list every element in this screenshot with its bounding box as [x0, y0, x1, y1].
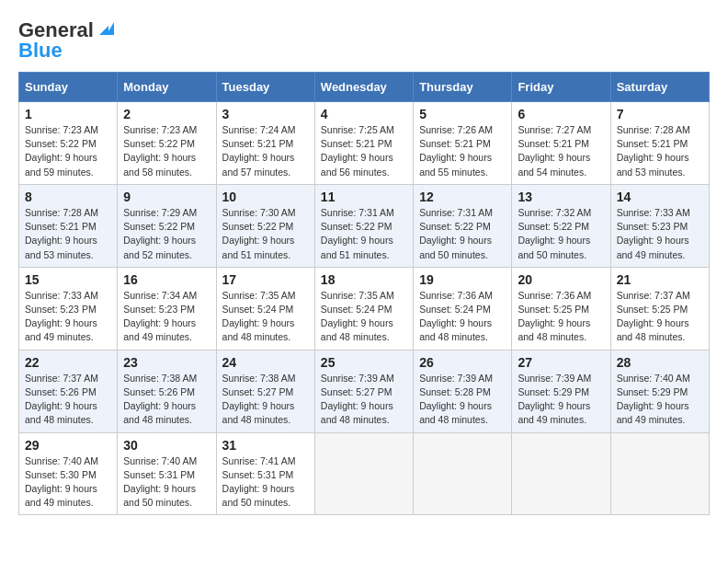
- calendar-cell: 11 Sunrise: 7:31 AMSunset: 5:22 PMDaylig…: [314, 184, 413, 267]
- calendar-cell: [610, 432, 709, 515]
- day-number: 18: [321, 272, 407, 287]
- day-info: Sunrise: 7:35 AMSunset: 5:24 PMDaylight:…: [321, 289, 407, 345]
- calendar-week-5: 29 Sunrise: 7:40 AMSunset: 5:30 PMDaylig…: [19, 432, 710, 515]
- day-number: 8: [25, 190, 111, 204]
- calendar-cell: 6 Sunrise: 7:27 AMSunset: 5:21 PMDayligh…: [512, 102, 610, 185]
- calendar-cell: [414, 432, 512, 515]
- day-info: Sunrise: 7:37 AMSunset: 5:25 PMDaylight:…: [617, 289, 703, 345]
- calendar-cell: 23 Sunrise: 7:38 AMSunset: 5:26 PMDaylig…: [118, 350, 216, 432]
- calendar-cell: [314, 432, 413, 515]
- logo-icon: [96, 18, 116, 39]
- calendar-cell: 14 Sunrise: 7:33 AMSunset: 5:23 PMDaylig…: [610, 184, 709, 267]
- calendar-cell: 31 Sunrise: 7:41 AMSunset: 5:31 PMDaylig…: [216, 432, 314, 515]
- calendar-cell: 22 Sunrise: 7:37 AMSunset: 5:26 PMDaylig…: [19, 350, 118, 432]
- calendar-cell: 8 Sunrise: 7:28 AMSunset: 5:21 PMDayligh…: [19, 184, 118, 267]
- day-info: Sunrise: 7:32 AMSunset: 5:22 PMDaylight:…: [518, 206, 604, 262]
- calendar-cell: 12 Sunrise: 7:31 AMSunset: 5:22 PMDaylig…: [414, 184, 512, 267]
- header-wednesday: Wednesday: [314, 73, 413, 102]
- day-number: 17: [222, 272, 309, 287]
- day-info: Sunrise: 7:39 AMSunset: 5:29 PMDaylight:…: [518, 372, 604, 428]
- calendar-cell: 19 Sunrise: 7:36 AMSunset: 5:24 PMDaylig…: [414, 267, 512, 350]
- page-header: General Blue: [18, 18, 710, 63]
- header-monday: Monday: [118, 73, 216, 102]
- day-info: Sunrise: 7:40 AMSunset: 5:29 PMDaylight:…: [617, 372, 703, 428]
- header-sunday: Sunday: [19, 73, 118, 102]
- day-info: Sunrise: 7:36 AMSunset: 5:25 PMDaylight:…: [518, 289, 604, 345]
- day-info: Sunrise: 7:29 AMSunset: 5:22 PMDaylight:…: [123, 206, 210, 262]
- day-number: 28: [617, 355, 703, 370]
- header-saturday: Saturday: [610, 73, 709, 102]
- header-thursday: Thursday: [414, 73, 512, 102]
- day-number: 20: [518, 272, 604, 287]
- calendar-cell: 7 Sunrise: 7:28 AMSunset: 5:21 PMDayligh…: [610, 102, 709, 185]
- day-info: Sunrise: 7:28 AMSunset: 5:21 PMDaylight:…: [617, 123, 703, 179]
- day-info: Sunrise: 7:36 AMSunset: 5:24 PMDaylight:…: [419, 289, 506, 345]
- day-number: 5: [419, 107, 506, 121]
- calendar-cell: 25 Sunrise: 7:39 AMSunset: 5:27 PMDaylig…: [314, 350, 413, 432]
- header-tuesday: Tuesday: [216, 73, 314, 102]
- day-info: Sunrise: 7:33 AMSunset: 5:23 PMDaylight:…: [25, 289, 111, 345]
- day-number: 15: [25, 272, 111, 287]
- calendar-cell: 18 Sunrise: 7:35 AMSunset: 5:24 PMDaylig…: [314, 267, 413, 350]
- calendar-cell: 3 Sunrise: 7:24 AMSunset: 5:21 PMDayligh…: [216, 102, 314, 185]
- day-number: 27: [518, 355, 604, 370]
- day-number: 16: [123, 272, 210, 287]
- day-info: Sunrise: 7:31 AMSunset: 5:22 PMDaylight:…: [419, 206, 506, 262]
- calendar-cell: 27 Sunrise: 7:39 AMSunset: 5:29 PMDaylig…: [512, 350, 610, 432]
- day-number: 22: [25, 355, 111, 370]
- header-friday: Friday: [512, 73, 610, 102]
- calendar-cell: 4 Sunrise: 7:25 AMSunset: 5:21 PMDayligh…: [314, 102, 413, 185]
- day-number: 25: [321, 355, 407, 370]
- day-info: Sunrise: 7:38 AMSunset: 5:26 PMDaylight:…: [123, 372, 210, 428]
- day-info: Sunrise: 7:25 AMSunset: 5:21 PMDaylight:…: [321, 123, 407, 179]
- day-number: 1: [25, 107, 111, 121]
- calendar-week-3: 15 Sunrise: 7:33 AMSunset: 5:23 PMDaylig…: [19, 267, 710, 350]
- calendar-cell: 1 Sunrise: 7:23 AMSunset: 5:22 PMDayligh…: [19, 102, 118, 185]
- day-number: 7: [617, 107, 703, 121]
- day-number: 2: [123, 107, 210, 121]
- day-info: Sunrise: 7:31 AMSunset: 5:22 PMDaylight:…: [321, 206, 407, 262]
- day-info: Sunrise: 7:39 AMSunset: 5:28 PMDaylight:…: [419, 372, 506, 428]
- calendar-cell: 21 Sunrise: 7:37 AMSunset: 5:25 PMDaylig…: [610, 267, 709, 350]
- logo: General Blue: [18, 18, 116, 63]
- day-number: 10: [222, 190, 309, 204]
- day-number: 12: [419, 190, 506, 204]
- day-info: Sunrise: 7:37 AMSunset: 5:26 PMDaylight:…: [25, 372, 111, 428]
- calendar-cell: 20 Sunrise: 7:36 AMSunset: 5:25 PMDaylig…: [512, 267, 610, 350]
- calendar-cell: 15 Sunrise: 7:33 AMSunset: 5:23 PMDaylig…: [19, 267, 118, 350]
- calendar-cell: [512, 432, 610, 515]
- day-number: 9: [123, 190, 210, 204]
- day-info: Sunrise: 7:40 AMSunset: 5:30 PMDaylight:…: [25, 454, 111, 511]
- header-row: Sunday Monday Tuesday Wednesday Thursday…: [19, 73, 710, 102]
- day-info: Sunrise: 7:26 AMSunset: 5:21 PMDaylight:…: [419, 123, 506, 179]
- day-info: Sunrise: 7:27 AMSunset: 5:21 PMDaylight:…: [518, 123, 604, 179]
- day-number: 21: [617, 272, 703, 287]
- calendar-cell: 17 Sunrise: 7:35 AMSunset: 5:24 PMDaylig…: [216, 267, 314, 350]
- day-info: Sunrise: 7:28 AMSunset: 5:21 PMDaylight:…: [25, 206, 111, 262]
- calendar-cell: 30 Sunrise: 7:40 AMSunset: 5:31 PMDaylig…: [118, 432, 216, 515]
- day-number: 3: [222, 107, 309, 121]
- calendar-table: Sunday Monday Tuesday Wednesday Thursday…: [18, 72, 710, 515]
- day-info: Sunrise: 7:38 AMSunset: 5:27 PMDaylight:…: [222, 372, 309, 428]
- calendar-cell: 13 Sunrise: 7:32 AMSunset: 5:22 PMDaylig…: [512, 184, 610, 267]
- day-number: 29: [25, 438, 111, 453]
- calendar-cell: 2 Sunrise: 7:23 AMSunset: 5:22 PMDayligh…: [118, 102, 216, 185]
- calendar-week-2: 8 Sunrise: 7:28 AMSunset: 5:21 PMDayligh…: [19, 184, 710, 267]
- day-number: 24: [222, 355, 309, 370]
- calendar-cell: 10 Sunrise: 7:30 AMSunset: 5:22 PMDaylig…: [216, 184, 314, 267]
- day-number: 23: [123, 355, 210, 370]
- day-number: 6: [518, 107, 604, 121]
- day-number: 13: [518, 190, 604, 204]
- day-number: 30: [123, 438, 210, 453]
- day-info: Sunrise: 7:23 AMSunset: 5:22 PMDaylight:…: [25, 123, 111, 179]
- day-number: 4: [321, 107, 407, 121]
- day-number: 11: [321, 190, 407, 204]
- logo-blue: Blue: [18, 39, 63, 63]
- calendar-cell: 9 Sunrise: 7:29 AMSunset: 5:22 PMDayligh…: [118, 184, 216, 267]
- calendar-cell: 28 Sunrise: 7:40 AMSunset: 5:29 PMDaylig…: [610, 350, 709, 432]
- day-number: 14: [617, 190, 703, 204]
- day-info: Sunrise: 7:33 AMSunset: 5:23 PMDaylight:…: [617, 206, 703, 262]
- day-info: Sunrise: 7:23 AMSunset: 5:22 PMDaylight:…: [123, 123, 210, 179]
- day-number: 26: [419, 355, 506, 370]
- day-info: Sunrise: 7:41 AMSunset: 5:31 PMDaylight:…: [222, 454, 309, 511]
